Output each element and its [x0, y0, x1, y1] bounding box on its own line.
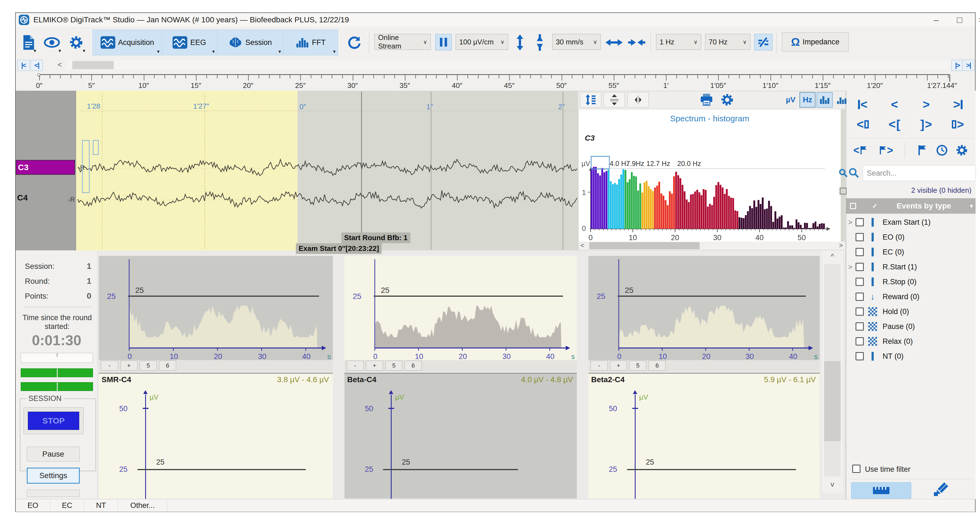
next-flag-button[interactable]: >	[874, 142, 899, 159]
nav-next-page-button[interactable]: >	[944, 116, 972, 133]
refresh-button[interactable]	[344, 31, 366, 54]
add-flag-button[interactable]	[912, 142, 932, 159]
event-checkbox[interactable]	[856, 308, 864, 316]
fft-button[interactable]: FFT ▾	[283, 30, 338, 55]
pause-stream-button[interactable]	[435, 34, 452, 51]
nav-prev-fragment-button[interactable]: <[	[881, 116, 908, 133]
maximize-button[interactable]: □	[950, 13, 969, 27]
chart-zoom-button[interactable]: -	[347, 361, 364, 371]
nav-prev-button[interactable]: <	[881, 96, 908, 113]
spectrum-scrollbar-thumb[interactable]	[589, 242, 700, 249]
go-first-button[interactable]: |<	[18, 60, 30, 71]
column-width-button[interactable]	[627, 92, 649, 108]
statusbar-button-nt[interactable]: NT	[84, 500, 118, 512]
event-checkbox[interactable]	[856, 218, 864, 226]
chart-zoom-button[interactable]: +	[610, 361, 627, 371]
event-checkbox[interactable]	[856, 248, 864, 256]
threshold-panel[interactable]: SMR-C43.8 µV - 4.6 µVµV502525	[99, 373, 333, 498]
print-button[interactable]	[697, 92, 716, 108]
channel-label-c4[interactable]: C4	[17, 193, 28, 202]
event-checkbox[interactable]	[856, 278, 864, 286]
event-type-row[interactable]: ↓Reward (0)	[846, 289, 975, 304]
scrollbar-thumb[interactable]	[824, 361, 841, 441]
settings-session-button[interactable]: Settings	[27, 468, 80, 484]
threshold-panel[interactable]: Beta2-C45.9 µV - 6.1 µVµV502525	[589, 373, 820, 498]
settings-button[interactable]: ▾	[65, 31, 87, 54]
threshold-panel[interactable]: Beta-C44.0 µV - 4.8 µVµV502525	[344, 373, 577, 498]
session-button[interactable]: Session ▾	[217, 30, 283, 55]
search-input[interactable]	[863, 165, 976, 181]
chart-zoom-button[interactable]: 5	[629, 361, 646, 371]
histogram-view2-button[interactable]	[834, 92, 850, 108]
spectrum-scroll-left-icon[interactable]: <	[581, 241, 584, 249]
stream-select[interactable]: Online Stream∨	[374, 34, 431, 50]
chart-zoom-button[interactable]: +	[366, 361, 383, 371]
ruler-tool-button[interactable]	[851, 482, 911, 499]
unit-uv-button[interactable]: µV	[783, 92, 799, 108]
scrollbar-track[interactable]	[824, 264, 841, 476]
chart-zoom-button[interactable]: 6	[159, 361, 176, 371]
event-type-row[interactable]: >R.Start (1)	[846, 260, 975, 274]
nav-first-button[interactable]: <	[849, 96, 877, 113]
event-checkbox[interactable]	[856, 293, 864, 301]
nav-last-button[interactable]: >	[944, 96, 972, 113]
event-type-row[interactable]: EO (0)	[846, 230, 975, 244]
ruler-position-handle[interactable]	[37, 73, 41, 77]
event-checkbox[interactable]	[856, 322, 864, 331]
highpass-select[interactable]: 1 Hz∨	[656, 34, 701, 50]
scroll-left-icon[interactable]: <	[58, 60, 62, 69]
spectrum-scrollbar[interactable]: < >	[579, 241, 845, 250]
scrollbar-thumb[interactable]	[72, 61, 114, 69]
nav-next-fragment-button[interactable]: ]>	[912, 116, 940, 133]
event-type-row[interactable]: Relax (0)	[846, 334, 975, 349]
exam-start-marker-label[interactable]: Exam Start 0″[20:23:22]	[296, 243, 382, 254]
prev-flag-button[interactable]: <	[848, 142, 873, 159]
scroll-up-icon[interactable]: ^	[822, 251, 843, 262]
partial-button[interactable]	[27, 490, 80, 497]
unit-hz-button[interactable]: Hz	[800, 92, 816, 108]
go-last-button[interactable]: >|	[963, 60, 974, 71]
channel-label-c3[interactable]: C3	[16, 160, 75, 175]
event-type-row[interactable]: >Exam Start (1)	[846, 215, 975, 230]
chart-zoom-button[interactable]: 5	[140, 361, 157, 371]
row-height-button[interactable]	[580, 92, 601, 108]
expand-icon[interactable]: >	[846, 218, 854, 227]
impedance-button[interactable]: Ω Impedance	[782, 32, 849, 52]
event-type-row[interactable]: Hold (0)	[846, 304, 975, 319]
event-checkbox[interactable]	[856, 352, 864, 360]
page-left-button[interactable]: <|	[31, 60, 43, 71]
stop-button[interactable]: STOP	[28, 412, 79, 430]
scrollbar-track[interactable]	[67, 60, 958, 70]
event-checkbox[interactable]	[856, 263, 864, 271]
expand-icon[interactable]: >	[846, 263, 854, 271]
spinner-button[interactable]	[604, 92, 625, 108]
chart-zoom-button[interactable]: +	[120, 361, 137, 371]
minimize-button[interactable]: –	[926, 13, 946, 27]
event-time-button[interactable]	[932, 142, 951, 159]
vertical-expand-button[interactable]	[511, 31, 528, 54]
grid-vertical-scrollbar[interactable]: ^ v	[822, 251, 843, 493]
close-button[interactable]: ×	[972, 13, 980, 27]
chart-zoom-button[interactable]: -	[590, 361, 608, 371]
horizontal-expand-button[interactable]	[604, 31, 624, 54]
statusbar-button-ec[interactable]: EC	[50, 500, 84, 512]
eeg-button[interactable]: EEG ▾	[162, 30, 217, 55]
scroll-down-icon[interactable]: v	[822, 478, 843, 490]
pause-session-button[interactable]: Pause	[27, 447, 80, 462]
notch-filter-button[interactable]	[754, 34, 772, 51]
use-time-filter-checkbox[interactable]	[852, 465, 861, 473]
band-history-chart[interactable]: 2525010203040s	[99, 256, 333, 360]
vertical-compress-button[interactable]	[531, 31, 548, 54]
band-history-chart[interactable]: 2525010203040s	[344, 256, 577, 360]
gain-select[interactable]: 100 µV/cm∨	[456, 34, 508, 50]
round-start-marker-label[interactable]: Start Round Bfb: 1	[341, 232, 410, 243]
time-ruler[interactable]: 0″5″10″15″20″25″30″35″40″45″50″55″1′1′05…	[16, 72, 975, 91]
event-type-row[interactable]: Pause (0)	[846, 319, 975, 334]
event-type-row[interactable]: R.Stop (0)	[846, 274, 975, 289]
event-type-row[interactable]: NT (0)	[846, 349, 975, 364]
panel-handle-icon[interactable]	[839, 187, 848, 196]
chart-zoom-button[interactable]: 6	[649, 361, 666, 371]
page-right-button[interactable]: |>	[951, 60, 963, 71]
event-checkbox[interactable]	[856, 233, 864, 241]
spectrum-settings-button[interactable]	[718, 92, 737, 108]
